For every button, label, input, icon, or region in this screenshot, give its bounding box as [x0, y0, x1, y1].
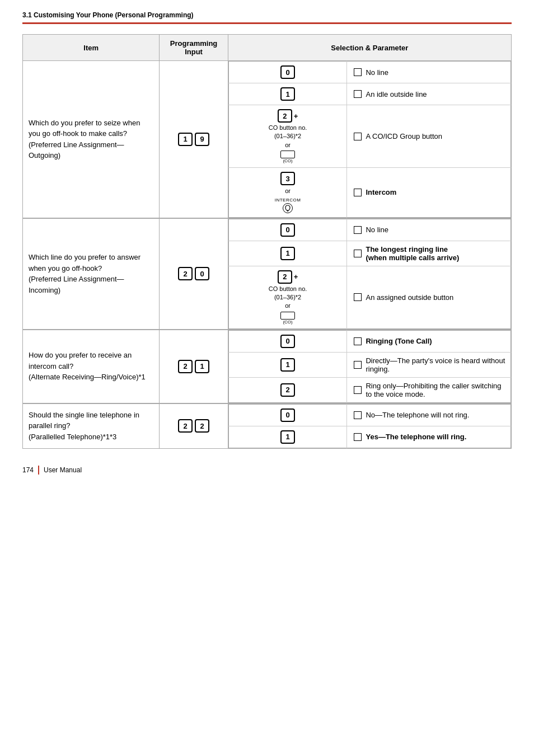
sel-desc: Directly—The party's voice is heard with… [347, 352, 511, 377]
checkbox[interactable] [354, 361, 362, 369]
header-programming: ProgrammingInput [160, 35, 228, 61]
prog-cell-3: 2 1 [160, 330, 228, 403]
table-row: How do you prefer to receive an intercom… [23, 330, 512, 403]
list-item: 0 No line [228, 219, 510, 241]
sel-text-bold: Ringing (Tone Call) [366, 337, 432, 345]
header-selection: Selection & Parameter [228, 35, 511, 61]
key-0: 0 [280, 223, 295, 237]
sel-text-bold: Yes—The telephone will ring. [366, 433, 466, 441]
checkbox[interactable] [354, 293, 362, 301]
footer-label: User Manual [44, 466, 82, 474]
sel-key-box: 1 [228, 241, 347, 266]
sel-cell-2: 0 No line 1 [228, 218, 511, 330]
footer: 174 User Manual [22, 466, 512, 475]
table-row: Should the single line telephone in para… [23, 403, 512, 449]
key-3: 3 [280, 172, 295, 185]
sel-text: An idle outside line [366, 90, 427, 98]
list-item: 1 Directly—The party's voice is heard wi… [228, 352, 510, 377]
prog-key-2b: 0 [195, 267, 209, 280]
co-button-icon [280, 151, 295, 158]
sel-desc: A CO/ICD Group button [347, 105, 511, 168]
sel-text: An assigned outside button [366, 293, 453, 302]
item-cell-2: Which line do you prefer to answer when … [23, 218, 160, 330]
key-2: 2 [280, 383, 295, 397]
sel-desc: No—The telephone will not ring. [347, 404, 511, 426]
list-item: 0 No line [228, 62, 510, 83]
sel-key-box: 1 [228, 426, 347, 448]
checkbox[interactable] [354, 337, 362, 345]
sel-key-box: 0 [228, 219, 347, 241]
co-label: (CO) [283, 320, 292, 325]
sel-text: Directly—The party's voice is heard with… [366, 356, 507, 373]
intercom-icon: INTERCOM [275, 198, 301, 213]
checkbox[interactable] [354, 411, 362, 419]
sel-nested-3: 0 Ringing (Tone Call) 1 [228, 330, 511, 403]
page-number: 174 [22, 466, 34, 474]
intercom-svg [284, 204, 292, 212]
prog-key-1b: 9 [195, 133, 209, 146]
key-2: 2 [278, 270, 292, 284]
sel-desc: The longest ringing line(when multiple c… [347, 241, 511, 266]
sel-key-complex: 2 + CO button no.(01–36)*2or (CO) [228, 105, 347, 168]
checkbox[interactable] [354, 433, 362, 441]
table-row: Which line do you prefer to answer when … [23, 218, 512, 330]
checkbox[interactable] [354, 189, 362, 196]
checkbox[interactable] [354, 386, 362, 394]
sel-key-box: 1 [228, 83, 347, 105]
plus-sign: + [294, 112, 298, 120]
list-item: 2 Ring only—Prohibiting the caller switc… [228, 377, 510, 402]
key-0: 0 [280, 408, 295, 422]
sel-key-box: 0 [228, 404, 347, 426]
checkbox[interactable] [354, 68, 362, 76]
prog-cell-4: 2 2 [160, 403, 228, 449]
sel-text-bold: Intercom [366, 188, 396, 196]
sel-text: No line [366, 68, 388, 77]
list-item: 0 No—The telephone will not ring. [228, 404, 510, 426]
list-item: 1 Yes—The telephone will ring. [228, 426, 510, 448]
prog-key-3a: 2 [178, 360, 193, 373]
red-line [22, 22, 512, 24]
section-title: 3.1 Customising Your Phone (Personal Pro… [22, 11, 512, 19]
checkbox[interactable] [354, 133, 362, 140]
header-item: Item [23, 35, 160, 61]
sel-cell-1: 0 No line 1 [228, 61, 511, 218]
sel-nested-4: 0 No—The telephone will not ring. 1 [228, 404, 511, 448]
checkbox[interactable] [354, 226, 362, 234]
key-0: 0 [280, 65, 295, 79]
key-1: 1 [280, 430, 295, 444]
item-cell-3: How do you prefer to receive an intercom… [23, 330, 160, 403]
sel-key-box: 0 [228, 62, 347, 83]
prog-key-4b: 2 [195, 419, 209, 433]
list-item: 0 Ringing (Tone Call) [228, 330, 510, 352]
sel-desc: Yes—The telephone will ring. [347, 426, 511, 448]
intercom-label: INTERCOM [275, 198, 301, 203]
checkbox[interactable] [354, 90, 362, 98]
sel-desc: Intercom [347, 168, 511, 217]
sel-desc: An assigned outside button [347, 266, 511, 328]
item-cell-1: Which do you prefer to seize when you go… [23, 61, 160, 218]
sel-nested-2: 0 No line 1 [228, 219, 511, 329]
sub-text: CO button no.(01–36)*2or [269, 124, 307, 149]
sel-key-intercom: 3 or INTERCOM [228, 168, 347, 217]
footer-separator [38, 466, 39, 475]
sel-key-complex: 2 + CO button no.(01–36)*2or (CO) [228, 266, 347, 328]
sel-text: Ring only—Prohibiting the caller switchi… [366, 382, 507, 398]
sel-text-bold: The longest ringing line(when multiple c… [366, 245, 459, 262]
sel-text: A CO/ICD Group button [366, 132, 442, 140]
prog-key-2a: 2 [178, 267, 193, 280]
co-label: (CO) [283, 158, 292, 163]
prog-cell-2: 2 0 [160, 218, 228, 330]
sel-cell-4: 0 No—The telephone will not ring. 1 [228, 403, 511, 449]
sel-text: No—The telephone will not ring. [366, 411, 469, 419]
checkbox[interactable] [354, 250, 362, 257]
sel-desc: Ring only—Prohibiting the caller switchi… [347, 377, 511, 402]
sel-text: No line [366, 226, 388, 234]
plus-sign: + [294, 273, 298, 281]
sel-nested-1: 0 No line 1 [228, 61, 511, 218]
prog-key-3b: 1 [195, 360, 209, 373]
prog-key-4a: 2 [178, 419, 193, 433]
sel-desc: No line [347, 62, 511, 83]
sel-key-box: 1 [228, 352, 347, 377]
table-row: Which do you prefer to seize when you go… [23, 61, 512, 218]
sel-desc: An idle outside line [347, 83, 511, 105]
